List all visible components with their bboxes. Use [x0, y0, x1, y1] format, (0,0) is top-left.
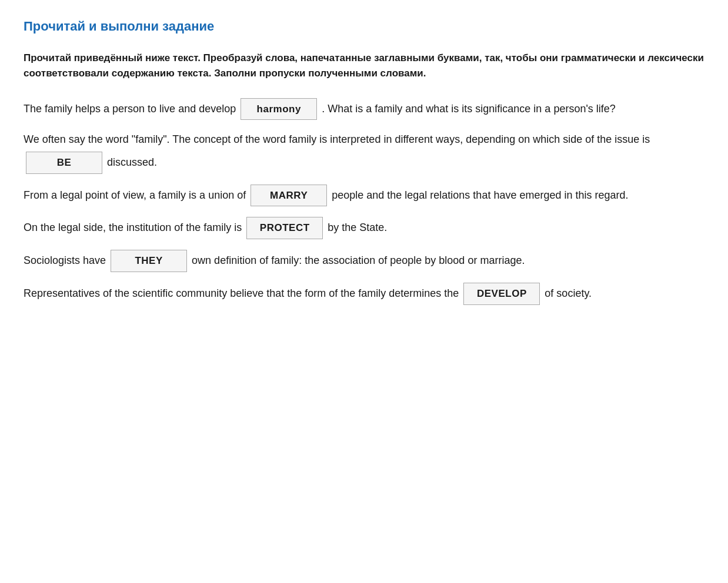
instructions-text: Прочитай приведённый ниже текст. Преобра… — [24, 51, 704, 82]
answer-box-p2-1[interactable]: BE — [26, 152, 102, 174]
paragraph-p4: On the legal side, the institution of th… — [24, 217, 704, 239]
text-segment-p1-2: . What is a family and what is its signi… — [322, 100, 616, 119]
text-segment-p1-0: The family helps a person to live and de… — [24, 100, 236, 119]
paragraph-p2: We often say the word "family". The conc… — [24, 130, 704, 173]
page-title: Прочитай и выполни задание — [24, 19, 704, 34]
paragraph-p3: From a legal point of view, a family is … — [24, 185, 704, 207]
answer-box-p6-1[interactable]: DEVELOP — [463, 283, 540, 305]
text-segment-p3-2: people and the legal relations that have… — [332, 186, 628, 205]
main-text: The family helps a person to live and de… — [24, 98, 704, 305]
text-segment-p2-0: We often say the word "family". The conc… — [24, 130, 650, 149]
answer-box-p5-1[interactable]: THEY — [111, 250, 187, 272]
text-segment-p6-0: Representatives of the scientific commun… — [24, 284, 459, 303]
text-segment-p6-2: of society. — [545, 284, 592, 303]
text-segment-p2-2: discussed. — [107, 153, 157, 172]
text-segment-p4-0: On the legal side, the institution of th… — [24, 219, 242, 237]
text-segment-p5-0: Sociologists have — [24, 252, 106, 270]
answer-box-p1-1[interactable]: harmony — [241, 98, 317, 120]
text-segment-p5-2: own definition of family: the associatio… — [192, 252, 525, 270]
answer-box-p3-1[interactable]: MARRY — [251, 185, 327, 207]
answer-box-p4-1[interactable]: PROTECT — [246, 217, 323, 239]
paragraph-p5: Sociologists haveTHEYown definition of f… — [24, 250, 704, 272]
text-segment-p3-0: From a legal point of view, a family is … — [24, 186, 246, 205]
paragraph-p6: Representatives of the scientific commun… — [24, 283, 704, 305]
text-segment-p4-2: by the State. — [328, 219, 387, 237]
paragraph-p1: The family helps a person to live and de… — [24, 98, 704, 120]
